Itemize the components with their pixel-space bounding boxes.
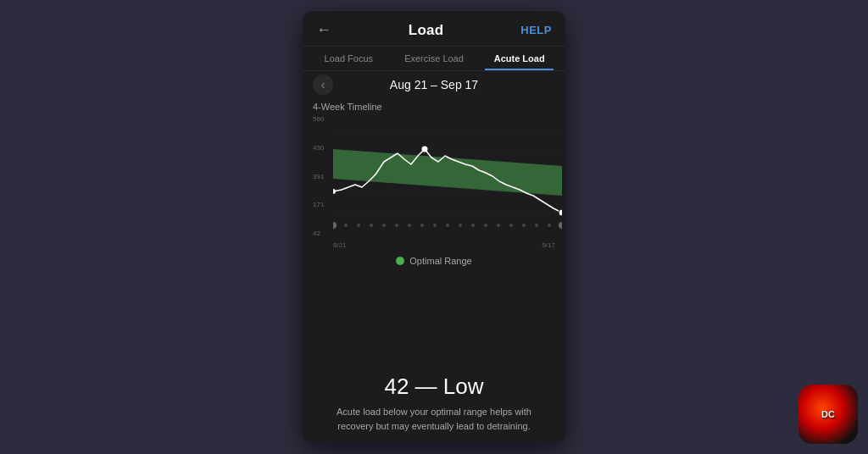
tab-exercise-load[interactable]: Exercise Load [392, 47, 477, 70]
svg-point-10 [333, 222, 337, 229]
svg-point-26 [535, 224, 538, 227]
chart-wrapper: 560 430 391 171 42 [313, 115, 555, 251]
phone-container: ← Load HELP Load Focus Exercise Load Acu… [303, 11, 565, 443]
help-button[interactable]: HELP [520, 24, 552, 36]
score-description: Acute load below your optimal range help… [320, 405, 548, 433]
score-value: 42 — Low [320, 374, 548, 400]
svg-point-18 [433, 224, 437, 227]
legend-dot [396, 257, 404, 265]
y-label-42: 42 [313, 230, 324, 237]
svg-point-8 [422, 147, 428, 152]
y-label-560: 560 [313, 115, 324, 123]
date-back-button[interactable]: ‹ [313, 75, 333, 95]
watermark-logo: DC [798, 385, 858, 444]
tab-load-focus[interactable]: Load Focus [306, 47, 392, 70]
legend-label: Optimal Range [409, 256, 471, 266]
svg-point-12 [357, 224, 360, 227]
date-navigation: ‹ Aug 21 – Sep 17 [303, 71, 565, 98]
svg-point-14 [382, 224, 386, 227]
svg-marker-6 [333, 149, 562, 196]
svg-point-19 [446, 224, 449, 227]
page-background: ← Load HELP Load Focus Exercise Load Acu… [0, 0, 868, 454]
y-label-391: 391 [313, 173, 324, 180]
svg-point-28 [559, 222, 562, 229]
svg-point-25 [522, 224, 526, 227]
tab-bar: Load Focus Exercise Load Acute Load [303, 47, 565, 71]
watermark: DC [798, 385, 858, 444]
score-section: 42 — Low Acute load below your optimal r… [303, 368, 565, 443]
x-label-start: 8/21 [333, 241, 347, 249]
svg-point-17 [420, 224, 424, 227]
svg-point-15 [395, 224, 398, 227]
svg-point-27 [548, 224, 551, 227]
svg-point-11 [344, 224, 348, 227]
svg-point-7 [333, 189, 336, 194]
tab-acute-load[interactable]: Acute Load [476, 47, 562, 70]
svg-point-22 [484, 224, 487, 227]
chart-svg [333, 115, 562, 238]
svg-point-9 [559, 209, 562, 216]
svg-point-20 [459, 224, 462, 227]
y-label-430: 430 [313, 144, 324, 152]
svg-point-16 [408, 224, 411, 227]
back-button[interactable]: ← [316, 21, 331, 39]
y-label-171: 171 [313, 201, 324, 208]
page-title: Load [409, 22, 444, 39]
chart-legend: Optimal Range [313, 256, 555, 266]
svg-point-13 [370, 224, 373, 227]
chart-section: 4-Week Timeline 560 430 391 171 42 [303, 98, 565, 368]
svg-point-23 [497, 224, 500, 227]
x-label-end: 9/17 [542, 241, 555, 249]
y-axis-labels: 560 430 391 171 42 [313, 115, 324, 251]
chart-title: 4-Week Timeline [313, 102, 555, 112]
x-axis-labels: 8/21 9/17 [333, 241, 555, 249]
date-range-label: Aug 21 – Sep 17 [390, 78, 478, 91]
svg-point-21 [471, 224, 475, 227]
header: ← Load HELP [303, 11, 565, 47]
svg-point-24 [509, 224, 513, 227]
